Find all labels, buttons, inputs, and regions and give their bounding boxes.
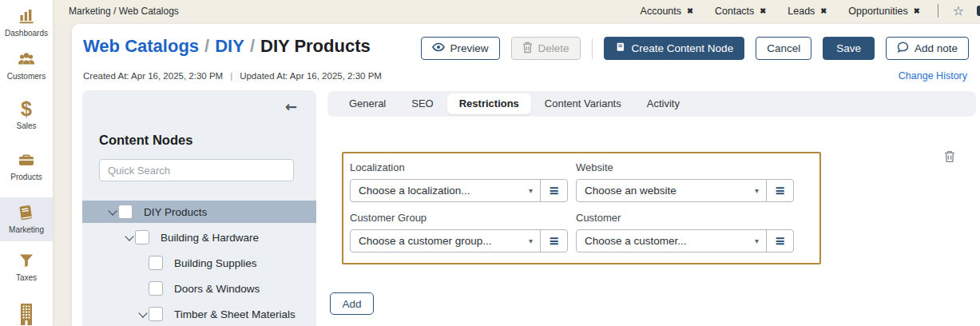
- book-icon: [0, 203, 53, 223]
- close-icon[interactable]: ✖: [914, 6, 920, 15]
- menu-icon[interactable]: ≡: [541, 183, 567, 198]
- chevron-down-icon[interactable]: [124, 232, 135, 243]
- content-nodes-tree: DIY Products Building & Hardware Buildin…: [82, 201, 316, 326]
- users-icon: [0, 50, 53, 70]
- sidebar-item-dashboards[interactable]: Dashboards: [0, 6, 53, 38]
- checkbox[interactable]: [149, 256, 163, 270]
- add-note-button[interactable]: Add note: [886, 37, 969, 60]
- save-button[interactable]: Save: [823, 37, 875, 60]
- close-icon[interactable]: ✖: [760, 6, 766, 15]
- checkbox[interactable]: [149, 281, 163, 296]
- pinned-tab-contacts[interactable]: Contacts ✖: [715, 6, 766, 17]
- field-label: Localization: [350, 161, 568, 173]
- trash-icon[interactable]: [944, 150, 955, 166]
- sidebar-item-partial[interactable]: [0, 302, 53, 324]
- collapse-arrow-icon[interactable]: ←: [285, 98, 297, 115]
- sidebar-item-marketing[interactable]: Marketing: [0, 197, 53, 241]
- sidebar-item-label: Marketing: [0, 225, 53, 234]
- select-placeholder: Choose an website: [577, 185, 676, 197]
- preview-button[interactable]: Preview: [421, 37, 500, 60]
- customer-select[interactable]: Choose a customer... ▾ ≡: [576, 229, 794, 252]
- tree-item-label: DIY Products: [144, 206, 207, 218]
- sidebar-item-label: Sales: [0, 121, 53, 130]
- tabs-bar: General SEO Restrictions Content Variant…: [327, 91, 976, 117]
- tree-item-building-hardware[interactable]: Building & Hardware: [82, 226, 316, 248]
- sidebar-item-customers[interactable]: Customers: [0, 50, 53, 81]
- sidebar: Dashboards Customers $ Sales Products Ma…: [0, 0, 53, 326]
- quick-search-input[interactable]: [99, 159, 294, 181]
- button-label: Create Content Node: [632, 42, 734, 54]
- tree-item-building-supplies[interactable]: Building Supplies: [82, 252, 316, 274]
- sidebar-item-products[interactable]: Products: [0, 150, 53, 181]
- divider: [938, 4, 938, 18]
- pinned-tab-label: Opportunities: [848, 6, 907, 17]
- select-placeholder: Choose a localization...: [351, 185, 470, 197]
- top-navbar: Marketing / Web Catalogs Accounts ✖ Cont…: [53, 0, 980, 22]
- title-separator: /: [204, 36, 209, 56]
- menu-icon[interactable]: ≡: [541, 233, 567, 248]
- sidebar-item-taxes[interactable]: Taxes: [0, 251, 53, 282]
- tree-item-timber-sheet-materials[interactable]: Timber & Sheet Materials: [82, 303, 316, 325]
- button-label: Save: [836, 42, 861, 54]
- menu-icon[interactable]: ≡: [767, 233, 793, 248]
- sidebar-item-label: Customers: [0, 72, 53, 81]
- tab-content-variants[interactable]: Content Variants: [533, 93, 633, 114]
- cut-off-icon: [977, 6, 980, 16]
- pinned-tab-label: Accounts: [641, 6, 681, 17]
- sidebar-item-label: Dashboards: [0, 29, 53, 38]
- updated-at: Updated At: Apr 16, 2025, 2:30 PM: [240, 71, 382, 81]
- tree-item-diy-products[interactable]: DIY Products: [82, 201, 316, 223]
- cancel-button[interactable]: Cancel: [756, 37, 811, 60]
- website-select[interactable]: Choose an website ▾ ≡: [576, 179, 794, 202]
- tree-item-label: Building & Hardware: [161, 232, 259, 244]
- created-at: Created At: Apr 16, 2025, 2:30 PM: [83, 71, 223, 81]
- pinned-tabs: Accounts ✖ Contacts ✖ Leads ✖ Opportunit…: [619, 4, 980, 18]
- pinned-tab-opportunities[interactable]: Opportunities ✖: [848, 6, 919, 17]
- tab-restrictions[interactable]: Restrictions: [447, 93, 531, 114]
- button-label: Preview: [450, 42, 489, 54]
- panel-title: Content Nodes: [99, 133, 192, 148]
- field-label: Customer: [576, 212, 794, 224]
- button-label: Delete: [538, 42, 569, 54]
- close-icon[interactable]: ✖: [820, 6, 827, 15]
- page-title: Web Catalogs/DIY/DIY Products: [83, 36, 371, 57]
- building-icon: [0, 302, 53, 322]
- title-link-diy[interactable]: DIY: [215, 36, 244, 56]
- chevron-down-icon: ▾: [755, 186, 766, 195]
- breadcrumb[interactable]: Marketing / Web Catalogs: [69, 6, 179, 17]
- change-history-link[interactable]: Change History: [899, 70, 967, 82]
- title-current: DIY Products: [260, 36, 371, 56]
- tab-seo[interactable]: SEO: [399, 93, 445, 114]
- select-placeholder: Choose a customer group...: [351, 235, 492, 247]
- customer-group-select[interactable]: Choose a customer group... ▾ ≡: [350, 229, 568, 252]
- menu-icon[interactable]: ≡: [767, 183, 793, 198]
- tab-general[interactable]: General: [337, 93, 398, 114]
- button-label: Cancel: [767, 42, 800, 54]
- button-label: Add note: [915, 42, 958, 54]
- pinned-tab-accounts[interactable]: Accounts ✖: [641, 6, 693, 17]
- tree-item-label: Timber & Sheet Materials: [174, 308, 296, 320]
- pinned-tab-label: Leads: [788, 6, 815, 17]
- tab-activity[interactable]: Activity: [635, 93, 692, 114]
- divider: [592, 38, 593, 59]
- delete-button[interactable]: Delete: [511, 37, 581, 60]
- add-button[interactable]: Add: [330, 292, 374, 315]
- create-content-node-button[interactable]: Create Content Node: [604, 37, 745, 60]
- checkbox[interactable]: [118, 205, 133, 219]
- close-icon[interactable]: ✖: [687, 6, 693, 15]
- pinned-tab-leads[interactable]: Leads ✖: [788, 6, 827, 17]
- field-customer-group: Customer Group Choose a customer group..…: [350, 212, 568, 252]
- title-link-web-catalogs[interactable]: Web Catalogs: [83, 36, 199, 56]
- restriction-row: Localization Choose a localization... ▾ …: [342, 152, 821, 264]
- chevron-down-icon: ▾: [529, 186, 540, 195]
- star-icon[interactable]: ☆: [953, 5, 964, 18]
- checkbox[interactable]: [135, 230, 149, 245]
- chevron-down-icon[interactable]: [107, 206, 118, 217]
- funnel-icon: [0, 251, 53, 271]
- localization-select[interactable]: Choose a localization... ▾ ≡: [350, 179, 568, 202]
- checkbox[interactable]: [149, 307, 163, 321]
- chevron-down-icon[interactable]: [137, 308, 149, 320]
- tree-item-doors-windows[interactable]: Doors & Windows: [82, 277, 316, 300]
- tree-item-label: Doors & Windows: [174, 283, 260, 295]
- sidebar-item-sales[interactable]: $ Sales: [0, 99, 53, 130]
